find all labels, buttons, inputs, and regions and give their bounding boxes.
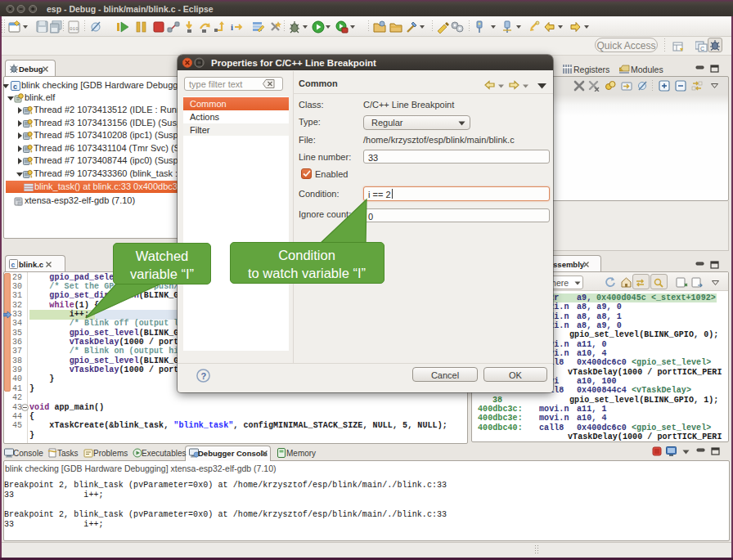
svg-text:c: c — [11, 261, 16, 269]
svg-text:i: i — [231, 22, 233, 32]
svg-text:010: 010 — [70, 26, 79, 32]
svg-text:C: C — [700, 46, 704, 52]
svg-text:c: c — [13, 82, 17, 90]
svg-text:?: ? — [201, 371, 207, 381]
